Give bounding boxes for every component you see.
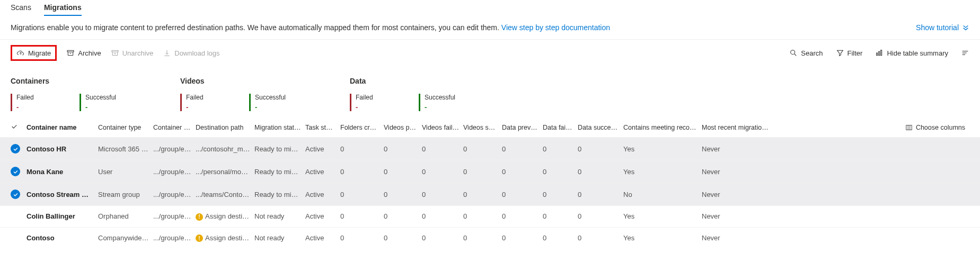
cell-container-type: Microsoft 365 group <box>98 145 153 153</box>
row-selected-badge[interactable] <box>11 189 20 199</box>
col-most-recent[interactable]: Most recent migration <box>702 124 773 131</box>
svg-point-2 <box>791 50 795 55</box>
cell-data-prev: 0 <box>502 191 543 198</box>
documentation-link[interactable]: View step by step documentation <box>501 23 610 32</box>
cloud-upload-icon <box>16 49 25 57</box>
cell-folders-created: 0 <box>340 191 384 198</box>
summary-group-title: Videos <box>180 77 350 85</box>
more-button[interactable] <box>961 49 969 57</box>
archive-icon <box>66 49 75 57</box>
row-selected-badge[interactable] <box>11 144 20 153</box>
cell-most-recent: Never <box>702 212 773 220</box>
summary-success-label: Successful <box>255 94 297 101</box>
tab-migrations[interactable]: Migrations <box>44 0 82 16</box>
table-row[interactable]: Mona Kane User .../group/ed53... .../per… <box>0 160 980 183</box>
assign-destination-link[interactable]: Assign destination <box>205 234 254 242</box>
choose-columns-button[interactable]: Choose columns <box>773 124 969 131</box>
col-videos-succ[interactable]: Videos succ... <box>463 124 502 131</box>
col-container-path[interactable]: Container path <box>153 124 196 131</box>
cell-task-status: Active <box>305 191 340 198</box>
col-videos-failed[interactable]: Videos failed <box>422 124 463 131</box>
col-task-status[interactable]: Task status <box>305 124 340 131</box>
cell-task-status: Active <box>305 234 340 242</box>
row-selected-badge[interactable] <box>11 167 20 176</box>
cell-container-path: .../group/ed53... <box>153 234 196 242</box>
unarchive-button: Unarchive <box>111 49 154 57</box>
summary-success-value: - <box>85 103 127 111</box>
warning-icon: ! <box>196 213 203 221</box>
col-most-recent-label: Most recent migration <box>702 124 769 131</box>
select-all[interactable] <box>11 123 27 132</box>
summary-success-label: Successful <box>425 94 466 101</box>
cell-container-path: .../group/ed53... <box>153 191 196 198</box>
summary-failed: Failed - <box>350 94 398 111</box>
table-summary: Containers Failed - Successful - Videos … <box>0 66 980 118</box>
cell-container-path: .../group/ed53... <box>153 212 196 220</box>
migrate-button[interactable]: Migrate <box>16 49 51 57</box>
destination-path-value: .../personal/monak... <box>196 168 254 176</box>
col-migration-status[interactable]: Migration status <box>254 124 305 131</box>
col-container-type[interactable]: Container type <box>98 124 153 131</box>
tab-scans[interactable]: Scans <box>11 0 31 16</box>
col-videos-prev[interactable]: Videos prev... <box>384 124 422 131</box>
cell-data-prev: 0 <box>502 234 543 242</box>
summary-failed-value: - <box>16 103 58 111</box>
summary-failed: Failed - <box>180 94 228 111</box>
table-header: Container name Container type Container … <box>0 118 980 137</box>
cell-data-prev: 0 <box>502 168 543 176</box>
svg-rect-1 <box>112 50 118 52</box>
svg-rect-3 <box>877 53 878 56</box>
cell-contains-meeting: Yes <box>623 168 702 176</box>
cell-contains-meeting: No <box>623 191 702 198</box>
hide-summary-button[interactable]: Hide table summary <box>875 49 948 57</box>
download-logs-label: Download logs <box>174 49 219 57</box>
summary-failed-label: Failed <box>16 94 58 101</box>
unarchive-icon <box>111 49 119 57</box>
cell-videos-succ: 0 <box>463 145 502 153</box>
cell-videos-prev: 0 <box>384 145 422 153</box>
cell-task-status: Active <box>305 145 340 153</box>
cell-container-type: Companywide channel <box>98 234 153 242</box>
cell-videos-succ: 0 <box>463 234 502 242</box>
col-data-success[interactable]: Data successful <box>578 124 623 131</box>
show-tutorial-button[interactable]: Show tutorial <box>916 23 969 32</box>
cell-data-success: 0 <box>578 145 623 153</box>
filter-label: Filter <box>847 49 863 57</box>
destination-path-value: .../contosohr_micr... <box>196 145 254 153</box>
summary-failed: Failed - <box>11 94 58 111</box>
choose-columns-label: Choose columns <box>916 124 965 131</box>
cell-folders-created: 0 <box>340 234 384 242</box>
filter-button[interactable]: Filter <box>836 49 863 57</box>
summary-group-title: Data <box>350 77 519 85</box>
summary-success-value: - <box>425 103 466 111</box>
col-folders-created[interactable]: Folders created <box>340 124 384 131</box>
table-row[interactable]: Contoso Stream Group Stream group .../gr… <box>0 183 980 205</box>
cell-folders-created: 0 <box>340 212 384 220</box>
cell-destination-path: .../teams/Contoso... <box>196 191 254 198</box>
cell-destination-path: !Assign destination <box>196 212 254 221</box>
assign-destination-link[interactable]: Assign destination <box>205 212 254 220</box>
col-container-name[interactable]: Container name <box>27 124 98 131</box>
search-button[interactable]: Search <box>789 49 823 57</box>
col-data-prev[interactable]: Data previo... <box>502 124 543 131</box>
summary-failed-label: Failed <box>186 94 228 101</box>
cell-task-status: Active <box>305 212 340 220</box>
cell-container-type: User <box>98 168 153 176</box>
col-contains-meeting[interactable]: Contains meeting recording <box>623 124 702 131</box>
cell-data-prev: 0 <box>502 212 543 220</box>
summary-success-label: Successful <box>85 94 127 101</box>
col-data-failed[interactable]: Data failed <box>543 124 578 131</box>
archive-button[interactable]: Archive <box>66 49 101 57</box>
cell-videos-prev: 0 <box>384 168 422 176</box>
cell-contains-meeting: Yes <box>623 145 702 153</box>
col-destination-path[interactable]: Destination path <box>196 124 254 131</box>
table-row[interactable]: Colin Ballinger Orphaned .../group/ed53.… <box>0 205 980 227</box>
cell-container-type: Orphaned <box>98 212 153 220</box>
cell-folders-created: 0 <box>340 168 384 176</box>
cell-container-name: Contoso <box>27 234 98 242</box>
cell-destination-path: .../personal/monak... <box>196 168 254 176</box>
cell-data-success: 0 <box>578 212 623 220</box>
table-row[interactable]: Contoso HR Microsoft 365 group .../group… <box>0 137 980 160</box>
table-row[interactable]: Contoso Companywide channel .../group/ed… <box>0 227 980 249</box>
cell-videos-failed: 0 <box>422 145 463 153</box>
